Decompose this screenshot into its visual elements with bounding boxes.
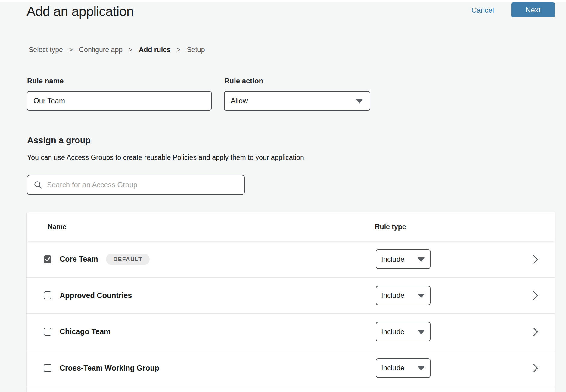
add-application-page: { "header": { "title": "Add an applicati… <box>0 0 566 392</box>
next-button[interactable]: Next <box>511 2 555 17</box>
table-row: Core Team DEFAULT Include <box>27 241 555 278</box>
rule-type-value: Include <box>381 328 404 336</box>
chevron-down-icon <box>418 366 425 371</box>
rule-type-select[interactable]: Include <box>376 286 431 305</box>
breadcrumb: Select type > Configure app > Add rules … <box>29 46 205 54</box>
column-header-name: Name <box>48 222 67 231</box>
rule-action-select[interactable]: Allow <box>224 91 370 111</box>
column-header-rule-type: Rule type <box>375 222 406 231</box>
assign-group-heading: Assign a group <box>27 135 91 145</box>
group-name-label: Cross-Team Working Group <box>60 364 159 372</box>
chevron-right-icon[interactable] <box>533 364 538 374</box>
group-checkbox[interactable] <box>44 328 51 336</box>
page-title: Add an application <box>26 4 134 19</box>
rule-type-value: Include <box>381 255 404 263</box>
rule-type-value: Include <box>381 364 404 372</box>
table-row: Chicago Team Include <box>27 314 555 350</box>
top-white-strip <box>0 0 566 2</box>
breadcrumb-step-select-type[interactable]: Select type <box>29 46 63 54</box>
row-name-cell: Chicago Team <box>44 314 110 350</box>
breadcrumb-separator: > <box>129 46 132 53</box>
breadcrumb-step-add-rules[interactable]: Add rules <box>139 46 171 54</box>
rule-type-select[interactable]: Include <box>376 358 431 378</box>
rule-type-select[interactable]: Include <box>376 249 431 269</box>
checkmark-icon <box>45 256 51 262</box>
breadcrumb-separator: > <box>177 46 181 53</box>
breadcrumb-step-configure-app[interactable]: Configure app <box>79 46 123 54</box>
group-checkbox[interactable] <box>44 364 51 372</box>
rule-name-input[interactable] <box>27 91 212 111</box>
rule-name-label: Rule name <box>27 77 64 85</box>
chevron-right-icon[interactable] <box>533 255 538 265</box>
rule-action-value: Allow <box>231 97 248 105</box>
chevron-down-icon <box>418 294 425 298</box>
group-name-label: Approved Countries <box>60 291 132 300</box>
cancel-button[interactable]: Cancel <box>471 6 494 14</box>
row-name-cell: Approved Countries <box>44 278 132 314</box>
rule-type-value: Include <box>381 291 404 300</box>
access-groups-table: Name Rule type Core Team DEFAULT Include <box>27 212 555 392</box>
search-input[interactable] <box>42 175 244 195</box>
group-table-body: Core Team DEFAULT Include Approved Count… <box>27 241 555 386</box>
chevron-down-icon <box>356 99 363 104</box>
row-name-cell: Core Team DEFAULT <box>44 241 150 277</box>
group-name-label: Chicago Team <box>60 327 110 336</box>
group-name-label: Core Team <box>60 255 98 263</box>
group-checkbox[interactable] <box>44 255 51 263</box>
chevron-down-icon <box>418 330 425 334</box>
access-group-search <box>27 175 245 195</box>
chevron-down-icon <box>418 257 425 262</box>
breadcrumb-separator: > <box>69 46 73 53</box>
search-icon <box>34 181 42 189</box>
default-badge: DEFAULT <box>106 254 150 265</box>
table-row: Cross-Team Working Group Include <box>27 350 555 387</box>
table-header-row: Name Rule type <box>27 212 555 241</box>
group-checkbox[interactable] <box>44 291 51 299</box>
rule-action-label: Rule action <box>224 77 263 85</box>
chevron-right-icon[interactable] <box>533 291 538 301</box>
rule-type-select[interactable]: Include <box>376 322 431 341</box>
breadcrumb-step-setup[interactable]: Setup <box>187 46 205 54</box>
row-name-cell: Cross-Team Working Group <box>44 350 159 386</box>
table-row: Approved Countries Include <box>27 278 555 314</box>
chevron-right-icon[interactable] <box>533 328 538 338</box>
assign-group-description: You can use Access Groups to create reus… <box>27 154 304 162</box>
